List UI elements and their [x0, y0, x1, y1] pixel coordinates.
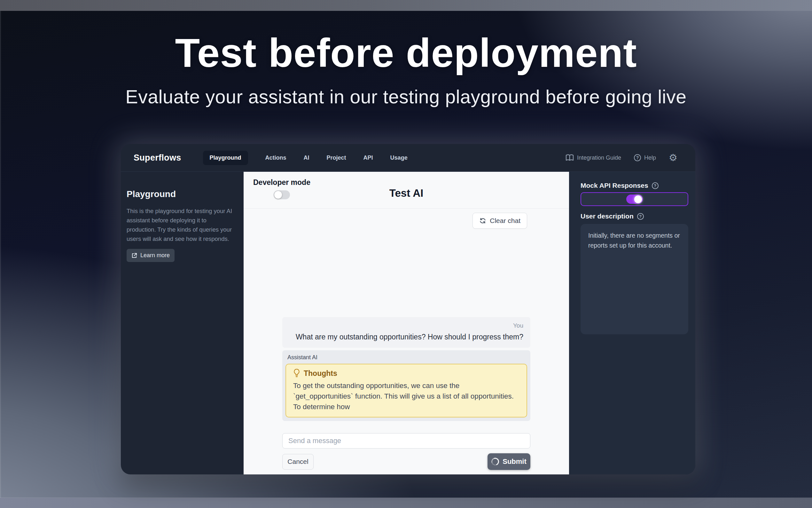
lightbulb-icon — [293, 369, 300, 378]
integration-guide-label: Integration Guide — [577, 155, 621, 161]
user-description-label-row: User description ? — [580, 212, 688, 220]
user-description-label: User description — [580, 212, 634, 220]
gear-icon[interactable]: ⚙ — [669, 153, 677, 163]
chat-area: Clear chat You What are my outstanding o… — [244, 209, 569, 474]
help-circle-icon: ? — [634, 154, 641, 161]
submit-button[interactable]: Submit — [487, 453, 530, 470]
sidebar-description: This is the playground for testing your … — [127, 206, 235, 244]
tab-project[interactable]: Project — [327, 155, 346, 161]
help-link[interactable]: ? Help — [634, 154, 656, 161]
spinner-icon — [490, 457, 500, 467]
thoughts-card: Thoughts To get the outstanding opportun… — [285, 364, 527, 418]
toggle-knob — [274, 191, 282, 199]
tab-actions[interactable]: Actions — [265, 155, 286, 161]
mock-api-toggle-box[interactable] — [580, 192, 688, 206]
thoughts-header: Thoughts — [293, 369, 520, 378]
backdrop-bottom-strip — [0, 498, 812, 508]
clear-chat-label: Clear chat — [490, 217, 520, 224]
hero-subtitle: Evaluate your assistant in our testing p… — [0, 86, 812, 108]
user-message: You What are my outstanding opportunitie… — [282, 317, 530, 348]
message-input[interactable] — [282, 433, 530, 449]
user-message-sender: You — [289, 322, 523, 329]
assistant-message: Assistant AI Thoughts To get the outstan… — [282, 350, 530, 421]
nav-tabs: Playground Actions AI Project API Usage — [203, 151, 408, 165]
sidebar-title: Playground — [127, 189, 237, 199]
cancel-button[interactable]: Cancel — [282, 454, 314, 470]
external-link-icon — [131, 253, 137, 258]
user-message-text: What are my outstanding opportunities? H… — [289, 333, 523, 341]
help-label: Help — [644, 155, 656, 161]
main-panel: Developer mode Test AI Clear chat — [244, 172, 569, 474]
thoughts-title: Thoughts — [304, 369, 337, 378]
tab-usage[interactable]: Usage — [390, 155, 408, 161]
tab-ai[interactable]: AI — [304, 155, 309, 161]
developer-mode-toggle[interactable] — [274, 190, 290, 199]
developer-mode-label: Developer mode — [253, 178, 311, 187]
tab-playground[interactable]: Playground — [203, 151, 248, 165]
toggle-knob — [634, 196, 642, 203]
question-circle-icon: ? — [652, 182, 659, 189]
top-navbar: Superflows Playground Actions AI Project… — [121, 144, 695, 172]
refresh-icon — [479, 217, 486, 224]
mock-api-label-row: Mock API Responses ? — [580, 182, 688, 189]
navbar-right-group: Integration Guide ? Help ⚙ — [566, 153, 677, 163]
tab-api[interactable]: API — [364, 155, 373, 161]
app-window: Superflows Playground Actions AI Project… — [121, 144, 695, 474]
mock-api-toggle[interactable] — [626, 195, 643, 204]
main-header: Developer mode Test AI — [244, 172, 569, 209]
window-body: Playground This is the playground for te… — [121, 172, 695, 474]
backdrop-top-strip — [0, 0, 812, 11]
user-description-textarea[interactable]: Initially, there are no segments or repo… — [580, 224, 688, 334]
submit-label: Submit — [503, 458, 527, 466]
composer-buttons: Cancel Submit — [282, 453, 530, 470]
question-circle-icon: ? — [637, 213, 644, 220]
learn-more-button[interactable]: Learn more — [127, 249, 175, 262]
integration-guide-link[interactable]: Integration Guide — [566, 154, 621, 161]
learn-more-label: Learn more — [140, 252, 170, 259]
book-icon — [566, 154, 574, 161]
thoughts-body: To get the outstanding opportunities, we… — [293, 380, 520, 412]
mock-api-label: Mock API Responses — [580, 182, 648, 189]
left-sidebar: Playground This is the playground for te… — [121, 172, 244, 474]
right-panel: Mock API Responses ? User description ? … — [569, 172, 695, 474]
clear-chat-button[interactable]: Clear chat — [473, 213, 527, 229]
developer-mode-control: Developer mode — [253, 178, 311, 199]
assistant-message-sender: Assistant AI — [287, 354, 527, 361]
hero-title: Test before deployment — [0, 30, 812, 76]
brand-logo: Superflows — [134, 153, 181, 163]
